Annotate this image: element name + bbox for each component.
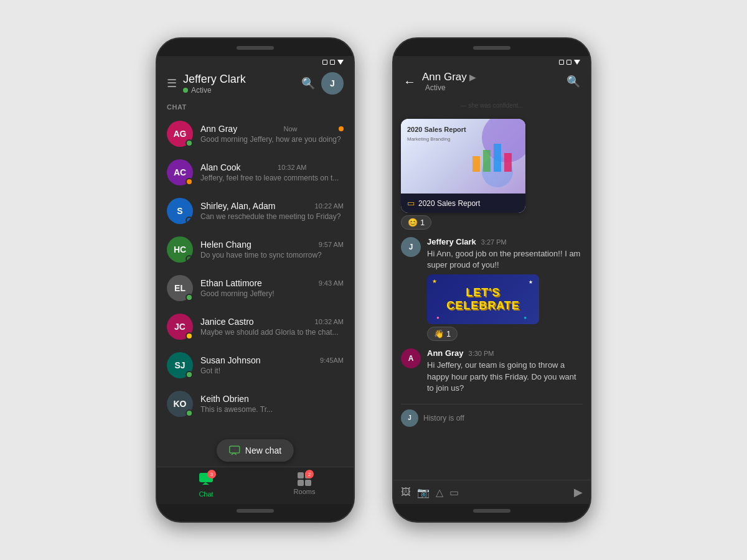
chat-name: Ethan Lattimore [200, 278, 262, 288]
list-item[interactable]: AG Ann Gray Now Good morning Jeffery, ho… [157, 114, 354, 153]
signal-1-icon [559, 60, 564, 65]
status-indicator [186, 409, 193, 417]
avatar-wrap: AG [167, 121, 193, 147]
doc-thumbnail-tags: Marketing Branding [407, 136, 466, 142]
chat-name: Janice Castro [200, 317, 254, 327]
chat-info: Ann Gray Now Good morning Jeffery, how a… [200, 124, 344, 144]
new-chat-button[interactable]: New chat [217, 439, 294, 462]
list-item[interactable]: JC Janice Castro 10:32 AM Maybe we shoul… [157, 307, 354, 346]
status-indicator [186, 332, 193, 340]
chat-name: Keith Obrien [200, 394, 249, 404]
user-avatar[interactable]: J [321, 72, 344, 95]
status-bar-2 [393, 56, 590, 66]
nav-item-chat[interactable]: 3 Chat [157, 472, 255, 498]
list-item[interactable]: HC Helen Chang 9:57 AM Do you have time … [157, 230, 354, 269]
list-item[interactable]: S Shirley, Alan, Adam 10:22 AM Can we re… [157, 192, 354, 230]
msg-header-jeffery: Jeffery Clark 3:27 PM [427, 237, 583, 246]
back-button[interactable]: ← [403, 75, 416, 89]
chat-time: 9:57 AM [319, 241, 344, 248]
chat-header-name: Ann Gray ▶ [422, 71, 560, 83]
chat-view: ← Ann Gray ▶ Active 🔍 — she was confiden [393, 66, 590, 504]
chat-time: 9:45AM [320, 357, 344, 364]
doc-type-icon: ▭ [407, 198, 415, 208]
msg-avatar-ann: A [401, 348, 421, 368]
unread-dot [339, 126, 344, 131]
reaction-pill-2[interactable]: 👋 1 [427, 327, 458, 341]
doc-label-text: 2020 Sales Report [418, 199, 480, 208]
avatar-wrap: EL [167, 275, 193, 301]
message-ann: A Ann Gray 3:30 PM Hi Jeffery, our team … [401, 348, 583, 394]
reaction-count-2: 1 [446, 329, 451, 338]
svg-rect-2 [472, 156, 480, 172]
signal-1-icon [322, 60, 327, 65]
star-1: ★ [432, 278, 437, 284]
image-icon[interactable]: 🖼 [401, 487, 411, 498]
chat-time: Now [284, 125, 298, 133]
nav-item-rooms[interactable]: 2 Rooms [255, 472, 354, 498]
celebrate-gif: ★ ★ ● ● LET'SCELEBRATE [427, 274, 539, 324]
search-icon[interactable]: 🔍 [301, 77, 315, 90]
doc-label: ▭ 2020 Sales Report [401, 194, 525, 213]
chat-name: Susan Johnson [200, 355, 261, 365]
phone-1: ☰ Jeffery Clark Active 🔍 J CHAT AG [156, 37, 355, 523]
chat-name: Alan Cook [200, 162, 241, 172]
nav-icon-chat-wrap: 3 [199, 472, 214, 488]
send-icon[interactable]: ▶ [574, 485, 583, 499]
chat-header-title: Ann Gray ▶ Active [422, 71, 560, 92]
msg-time-ann: 3:30 PM [469, 350, 494, 357]
status-indicator [186, 217, 193, 224]
history-off-text: History is off [423, 414, 464, 422]
chat-list: AG Ann Gray Now Good morning Jeffery, ho… [157, 114, 354, 467]
list-item[interactable]: SJ Susan Johnson 9:45AM Got it! [157, 346, 354, 385]
rooms-badge: 2 [305, 470, 314, 478]
chart-decoration [469, 138, 519, 175]
document-card[interactable]: 2020 Sales Report Marketing Branding [401, 119, 525, 213]
chat-time: 10:22 AM [315, 202, 344, 210]
phone-2: ← Ann Gray ▶ Active 🔍 — she was confiden [392, 37, 591, 523]
doc-thumbnail: 2020 Sales Report Marketing Branding [401, 119, 525, 194]
chat-preview: This is awesome. Tr... [200, 405, 344, 414]
fade-top-text: — she was confident... [401, 102, 583, 109]
chat-preview: Maybe we should add Gloria to the chat..… [200, 328, 344, 337]
list-item[interactable]: EL Ethan Lattimore 9:43 AM Good morning … [157, 269, 354, 307]
status-indicator [186, 178, 193, 185]
section-label: CHAT [157, 101, 354, 114]
chat-nav-label: Chat [199, 490, 213, 498]
chat-preview: Good morning Jeffery! [200, 289, 344, 298]
menu-icon[interactable]: ☰ [167, 77, 177, 90]
avatar-wrap: HC [167, 236, 193, 263]
msg-sender-jeffery: Jeffery Clark [427, 237, 476, 246]
message-jeffery: J Jeffery Clark 3:27 PM Hi Ann, good job… [401, 237, 583, 341]
reaction-pill-1[interactable]: 😊 1 [401, 215, 431, 230]
chat-info: Shirley, Alan, Adam 10:22 AM Can we resc… [200, 201, 344, 221]
reaction-count-1: 1 [420, 218, 425, 227]
video-icon[interactable]: ▭ [449, 487, 459, 498]
list-item[interactable]: AC Alan Cook 10:32 AM Jeffery, feel free… [157, 153, 354, 192]
chat-preview: Good morning Jeffery, how are you doing? [200, 135, 344, 144]
celebrate-text: LET'SCELEBRATE [446, 286, 520, 313]
reaction-emoji-1: 😊 [408, 218, 418, 227]
status-dot [183, 88, 188, 93]
avatar-wrap: JC [167, 314, 193, 340]
doc-thumbnail-title: 2020 Sales Report [407, 125, 466, 134]
nav-icon-rooms-wrap: 2 [298, 472, 311, 486]
doc-thumbnail-content: 2020 Sales Report Marketing Branding [407, 125, 466, 142]
rooms-nav-label: Rooms [294, 488, 316, 495]
input-bar: 🖼 📷 △ ▭ ▶ [393, 480, 590, 504]
chat-time: 10:32 AM [315, 318, 344, 325]
msg-sender-ann: Ann Gray [427, 348, 464, 358]
chat-preview: Jeffery, feel free to leave comments on … [200, 174, 344, 182]
drive-icon[interactable]: △ [436, 487, 443, 498]
avatar-wrap: SJ [167, 352, 193, 378]
chat-preview: Got it! [200, 366, 344, 375]
signal-3-icon [337, 60, 344, 65]
signal-2-icon [566, 60, 571, 65]
camera-icon[interactable]: 📷 [417, 487, 430, 498]
list-item[interactable]: KO Keith Obrien This is awesome. Tr... [157, 385, 354, 423]
status-indicator [186, 294, 193, 301]
status-indicator [186, 139, 193, 147]
chat-info: Helen Chang 9:57 AM Do you have time to … [200, 240, 344, 259]
chat-preview: Can we reschedule the meeting to Friday? [200, 212, 344, 221]
search-icon-2[interactable]: 🔍 [566, 75, 580, 88]
chat-info: Susan Johnson 9:45AM Got it! [200, 355, 344, 375]
